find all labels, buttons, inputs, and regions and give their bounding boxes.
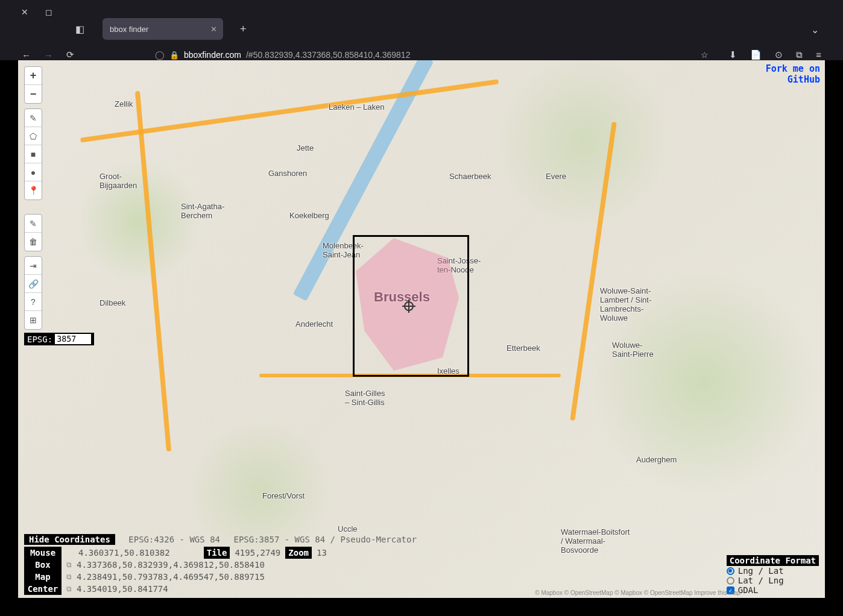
- city-label: Schaerbeek: [449, 172, 491, 181]
- window-controls: ✕ ◻: [21, 7, 52, 17]
- draw-polyline-button[interactable]: ✎: [25, 109, 42, 127]
- reload-button[interactable]: ⟳: [66, 49, 74, 60]
- puzzle-icon[interactable]: ⧉: [796, 49, 803, 60]
- city-label: Anderlecht: [295, 319, 333, 328]
- city-label: Jette: [297, 143, 314, 152]
- map-label: Map: [24, 571, 62, 583]
- delete-layers-button[interactable]: 🗑: [25, 233, 42, 251]
- city-label: Woluwe-Saint- Lambert / Sint- Lambrechts…: [600, 286, 651, 322]
- city-label: Zellik: [115, 99, 133, 108]
- mouse-value: 4.360371,50.810382: [78, 547, 170, 559]
- lock-icon[interactable]: 🔒: [169, 51, 179, 60]
- file-icon[interactable]: 📄: [750, 49, 762, 60]
- bookmark-star-icon[interactable]: ☆: [701, 50, 709, 60]
- center-label: Center: [24, 583, 62, 595]
- new-tab-button[interactable]: +: [240, 23, 247, 36]
- radio-unchecked-icon: [727, 577, 734, 585]
- road: [570, 122, 617, 421]
- tool-b-button[interactable]: 🔗: [25, 275, 42, 293]
- tab-bar: ◧ bbox finder ✕ +: [75, 18, 247, 40]
- box-label: Box: [24, 559, 62, 571]
- center-row: Center ⧉ 4.354019,50.841774: [24, 583, 417, 595]
- city-label: Groot- Bijgaarden: [99, 172, 137, 190]
- url-bar[interactable]: ◯ 🔒 bboxfinder.com/#50.832939,4.337368,5…: [148, 50, 716, 60]
- back-button[interactable]: ←: [22, 50, 31, 60]
- epsg-label: EPSG:: [27, 335, 52, 344]
- radio-checked-icon: [727, 567, 734, 575]
- map-row: Map ⧉ 4.238491,50.793783,4.469547,50.889…: [24, 571, 417, 583]
- hide-coords-button[interactable]: Hide Coordinates: [24, 534, 115, 545]
- lnglat-label: Lng / Lat: [738, 566, 784, 576]
- forward-button: →: [44, 50, 53, 60]
- zoom-out-button[interactable]: −: [25, 85, 42, 103]
- menu-icon[interactable]: ≡: [816, 49, 821, 60]
- draw-toolbar: ✎ ⬠ ■ ● 📍: [24, 108, 42, 200]
- browser-chrome: ✕ ◻ ◧ bbox finder ✕ + ⌄ ← → ⟳ ◯ 🔒 bboxfi…: [0, 0, 843, 60]
- extension-icon[interactable]: ⊙: [775, 49, 783, 60]
- city-label: Watermael-Boitsfort / Watermaal- Bosvoor…: [561, 527, 630, 555]
- box-row: Box ⧉ 4.337368,50.832939,4.369812,50.858…: [24, 559, 417, 571]
- draw-polygon-button[interactable]: ⬠: [25, 127, 42, 145]
- edit-layers-button[interactable]: ✎: [25, 215, 42, 233]
- zoom-value: 13: [317, 547, 327, 559]
- map-container[interactable]: BrusselsJetteGanshorenKoekelbergMolenbee…: [18, 60, 825, 598]
- city-label: Laeken – Laken: [329, 102, 385, 112]
- url-path: /#50.832939,4.337368,50.858410,4.369812: [246, 50, 411, 60]
- draw-rectangle-button[interactable]: ■: [25, 145, 42, 163]
- tool-a-button[interactable]: ⇥: [25, 257, 42, 275]
- city-label: Saint-Gilles – Sint-Gillis: [345, 389, 385, 407]
- zoom-label: Zoom: [285, 547, 312, 559]
- tile-value: 4195,2749: [235, 547, 280, 559]
- mouse-row: Mouse 4.360371,50.810382 Tile 4195,2749 …: [24, 547, 417, 559]
- close-window-icon[interactable]: ✕: [21, 7, 28, 17]
- edit-toolbar: ✎ 🗑: [24, 214, 42, 251]
- help-button[interactable]: ?: [25, 293, 42, 311]
- copy-icon[interactable]: ⧉: [66, 571, 72, 583]
- chevron-down-icon[interactable]: ⌄: [811, 24, 819, 36]
- mouse-label: Mouse: [24, 547, 62, 559]
- latlng-label: Lat / Lng: [738, 576, 784, 585]
- lnglat-option[interactable]: Lng / Lat: [727, 566, 819, 576]
- coords-header: Hide Coordinates EPSG:4326 - WGS 84 EPSG…: [24, 535, 417, 544]
- city-label: Forest/Vorst: [262, 491, 305, 500]
- map-value: 4.238491,50.793783,4.469547,50.889715: [77, 571, 265, 583]
- epsg-input[interactable]: [55, 334, 91, 344]
- coord-format-header: Coordinate Format: [727, 555, 819, 566]
- center-value: 4.354019,50.841774: [77, 583, 168, 595]
- zoom-in-button[interactable]: +: [25, 67, 42, 85]
- map-attribution[interactable]: © Mapbox © OpenStreetMap © Mapbox © Open…: [535, 589, 740, 596]
- browser-tab[interactable]: bbox finder ✕: [103, 18, 223, 40]
- tab-title: bbox finder: [110, 25, 148, 34]
- downloads-icon[interactable]: ⬇: [729, 49, 737, 60]
- draw-circle-button[interactable]: ●: [25, 163, 42, 181]
- url-domain: bboxfinder.com: [184, 50, 241, 60]
- road: [135, 91, 171, 451]
- tile-label: Tile: [204, 547, 230, 559]
- grid-button[interactable]: ⊞: [25, 311, 42, 329]
- city-label: Etterbeek: [507, 344, 540, 353]
- city-label: Sint-Agatha- Berchem: [181, 202, 224, 220]
- maximize-window-icon[interactable]: ◻: [45, 7, 52, 17]
- sidebar-toggle-icon[interactable]: ◧: [75, 24, 84, 35]
- copy-icon[interactable]: ⧉: [66, 559, 72, 571]
- epsg-input-group: EPSG:: [24, 333, 94, 345]
- city-label: Evere: [546, 172, 566, 181]
- city-label: Woluwe- Saint-Pierre: [612, 341, 654, 359]
- tab-close-icon[interactable]: ✕: [210, 25, 217, 34]
- latlng-option[interactable]: Lat / Lng: [727, 576, 819, 585]
- toolbar-right: ⬇ 📄 ⊙ ⧉ ≡: [729, 49, 821, 60]
- center-crosshair-icon: [404, 301, 414, 311]
- city-label: Dilbeek: [99, 298, 125, 307]
- draw-marker-button[interactable]: 📍: [25, 181, 42, 200]
- city-label: Auderghem: [636, 455, 677, 464]
- box-value: 4.337368,50.832939,4.369812,50.858410: [77, 559, 265, 571]
- epsg-4326-label[interactable]: EPSG:4326 - WGS 84: [128, 535, 220, 544]
- city-label: Ganshoren: [268, 169, 307, 178]
- city-label: Koekelberg: [289, 211, 329, 220]
- shield-icon[interactable]: ◯: [155, 50, 165, 60]
- epsg-3857-label[interactable]: EPSG:3857 - WGS 84 / Pseudo-Mercator: [233, 535, 416, 544]
- city-label: Uccle: [338, 524, 358, 533]
- copy-icon[interactable]: ⧉: [66, 583, 72, 595]
- fork-me-link[interactable]: Fork me on GitHub: [766, 63, 820, 85]
- road: [80, 79, 499, 142]
